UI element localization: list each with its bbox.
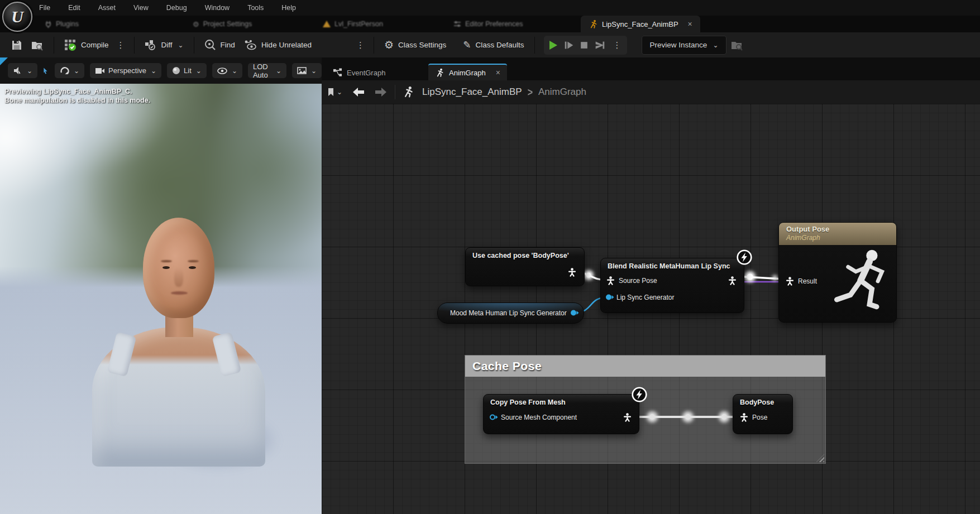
- chevron-down-icon: ⌄: [232, 69, 237, 73]
- node-blend-metahuman-lipsync[interactable]: Blend Realistic MetaHuman Lip Sync Sourc…: [600, 258, 744, 313]
- chevron-down-icon: ⌄: [196, 69, 202, 73]
- node-use-cached-pose[interactable]: Use cached pose 'BodyPose': [465, 247, 585, 286]
- menu-debug[interactable]: Debug: [166, 4, 187, 12]
- toolbar-separator: [134, 37, 135, 54]
- find-label: Find: [221, 41, 235, 49]
- viewport-toolbar: ⌄ ⌄ Perspective ⌄: [0, 57, 322, 84]
- save-button[interactable]: [7, 40, 27, 51]
- viewport-options-dropdown[interactable]: ⌄: [8, 63, 37, 78]
- perspective-label: Perspective: [108, 66, 146, 75]
- result-input-pin[interactable]: [786, 277, 794, 286]
- tab-lipsync-face-animbp-label: LipSync_Face_AnimBP: [602, 20, 678, 28]
- menu-window[interactable]: Window: [205, 4, 230, 12]
- gear-icon: ⚙: [193, 20, 199, 28]
- menu-asset[interactable]: Asset: [98, 4, 116, 12]
- compile-options-kebab-icon[interactable]: ⋮: [113, 40, 128, 50]
- back-arrow-icon[interactable]: [351, 87, 366, 97]
- menu-edit[interactable]: Edit: [68, 4, 80, 12]
- character-eye: [162, 266, 170, 269]
- pencil-icon: ✎: [463, 39, 471, 51]
- show-flags-dropdown[interactable]: ⌄: [212, 63, 242, 78]
- toolbar-separator: [534, 37, 535, 54]
- class-settings-button[interactable]: ⚙ Class Settings: [380, 40, 451, 50]
- tab-editor-preferences[interactable]: Editor Preferences: [453, 16, 523, 32]
- plug-icon: [45, 21, 52, 28]
- simulation-options-kebab-icon[interactable]: ⋮: [610, 40, 625, 50]
- toolbar-separator: [54, 37, 54, 54]
- tab-level[interactable]: Lvl_FirstPerson: [323, 16, 383, 32]
- screenshot-dropdown[interactable]: ⌄: [292, 63, 322, 78]
- lit-label: Lit: [184, 66, 192, 75]
- pose-input-pin[interactable]: [740, 413, 748, 422]
- output-pose-header: Output Pose AnimGraph: [779, 223, 896, 245]
- comment-header[interactable]: Cache Pose: [465, 356, 825, 377]
- node-bodypose[interactable]: BodyPose Pose: [733, 394, 793, 434]
- node-title: BodyPose: [733, 395, 792, 406]
- lip-sync-generator-input-pin[interactable]: [605, 294, 614, 301]
- compile-button[interactable]: Compile: [60, 39, 113, 51]
- advance-button[interactable]: [593, 39, 606, 51]
- anim-blueprint-icon: [589, 20, 598, 29]
- lit-mode-dropdown[interactable]: Lit ⌄: [167, 63, 207, 78]
- diff-label: Diff: [161, 41, 173, 49]
- hide-unrelated-options-kebab-icon[interactable]: ⋮: [353, 40, 368, 50]
- pose-output-pin[interactable]: [568, 268, 576, 277]
- chevron-down-icon[interactable]: ⌄: [337, 90, 342, 94]
- hide-unrelated-button[interactable]: Hide Unrelated: [240, 40, 316, 51]
- select-arrow-icon[interactable]: [43, 66, 49, 76]
- menu-tools[interactable]: Tools: [247, 4, 264, 12]
- pose-output-pin[interactable]: [728, 276, 737, 285]
- lod-dropdown[interactable]: LOD Auto ⌄: [248, 63, 286, 78]
- toolbar-separator: [194, 37, 194, 54]
- preview-instance-dropdown[interactable]: Preview Instance ⌄: [642, 36, 727, 55]
- bookmark-icon[interactable]: [327, 88, 336, 97]
- folder-search-icon: [31, 40, 44, 51]
- browse-preview-button[interactable]: [726, 40, 748, 51]
- class-settings-label: Class Settings: [398, 41, 446, 49]
- comment-resize-handle[interactable]: [816, 454, 824, 462]
- source-mesh-input-pin[interactable]: [489, 414, 498, 421]
- breadcrumb-current[interactable]: AnimGraph: [538, 87, 586, 98]
- event-graph-icon: [333, 68, 342, 78]
- source-pose-input-pin[interactable]: [606, 276, 615, 285]
- browse-to-asset-button[interactable]: [27, 40, 48, 51]
- play-button[interactable]: [546, 39, 560, 52]
- step-forward-button[interactable]: [563, 39, 575, 51]
- tab-eventgraph[interactable]: EventGraph: [326, 65, 392, 80]
- node-mood-lipsync-generator[interactable]: Mood Meta Human Lip Sync Generator: [437, 302, 584, 324]
- node-copy-pose-from-mesh[interactable]: Copy Pose From Mesh Source Mesh Componen…: [483, 394, 639, 434]
- generator-output-pin[interactable]: [570, 309, 579, 316]
- node-output-pose[interactable]: Output Pose AnimGraph Result: [778, 222, 897, 323]
- viewport-mode-icon: [13, 66, 22, 75]
- stop-button[interactable]: [579, 40, 590, 51]
- close-tab-icon[interactable]: ×: [688, 20, 692, 28]
- anim-graph-icon: [402, 86, 414, 98]
- tab-animgraph[interactable]: AnimGraph ×: [428, 64, 507, 80]
- menu-view[interactable]: View: [133, 4, 149, 12]
- tab-editor-preferences-label: Editor Preferences: [465, 20, 523, 28]
- menu-file[interactable]: File: [39, 4, 50, 12]
- find-button[interactable]: Find: [200, 39, 240, 51]
- result-label: Result: [798, 277, 817, 285]
- diff-button[interactable]: Diff ⌄: [140, 40, 188, 51]
- tab-lipsync-face-animbp[interactable]: LipSync_Face_AnimBP ×: [581, 16, 700, 32]
- character-nose: [174, 268, 183, 287]
- close-tab-icon[interactable]: ×: [496, 68, 500, 77]
- tab-project-settings[interactable]: ⚙ Project Settings: [193, 16, 252, 32]
- transform-rotate-dropdown[interactable]: ⌄: [55, 63, 84, 78]
- unreal-engine-logo-icon[interactable]: U: [2, 2, 32, 32]
- tab-plugins[interactable]: Plugins: [45, 16, 79, 32]
- class-defaults-button[interactable]: ✎ Class Defaults: [458, 39, 528, 51]
- node-subtitle: AnimGraph: [786, 234, 896, 242]
- main-menus: File Edit Asset View Debug Window Tools …: [39, 0, 296, 16]
- animgraph-canvas[interactable]: Cache Pose Use cached pose 'BodyPose' Bl…: [322, 104, 980, 514]
- perspective-dropdown[interactable]: Perspective ⌄: [90, 63, 161, 78]
- toolbar-separator: [374, 37, 374, 54]
- tab-animgraph-label: AnimGraph: [449, 69, 486, 77]
- breadcrumb-root[interactable]: LipSync_Face_AnimBP: [422, 87, 522, 98]
- menu-help[interactable]: Help: [281, 4, 296, 12]
- forward-arrow-icon[interactable]: [374, 87, 388, 97]
- viewport-3d-scene[interactable]: Previewing LipSync_Face_AnimBP_C. Bone m…: [0, 84, 322, 514]
- pose-output-pin[interactable]: [623, 413, 632, 422]
- anim-graph-icon: [435, 68, 444, 78]
